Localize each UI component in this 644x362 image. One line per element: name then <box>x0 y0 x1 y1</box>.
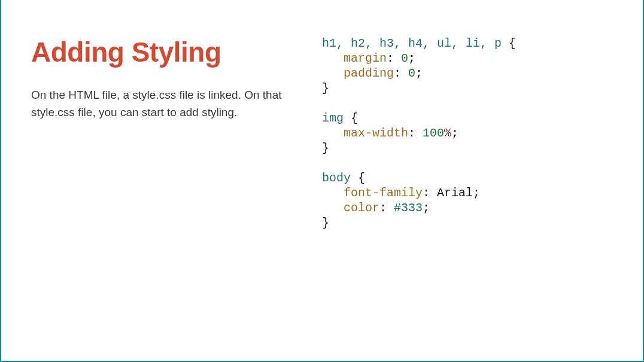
code-semicolon: ; <box>473 186 480 200</box>
code-semicolon: ; <box>423 201 430 215</box>
code-brace-close: } <box>322 216 329 230</box>
code-indent <box>322 126 344 140</box>
code-indent <box>322 66 344 80</box>
code-selector: h1, h2, h3, h4, ul, li, p <box>322 36 502 50</box>
code-value: 100 <box>423 126 444 140</box>
code-block: h1, h2, h3, h4, ul, li, p { margin: 0; p… <box>322 36 625 230</box>
slide: Adding Styling On the HTML file, a style… <box>1 0 643 361</box>
code-brace-open: { <box>351 171 365 185</box>
code-brace-open: { <box>344 111 358 125</box>
code-property: padding <box>344 66 394 80</box>
code-brace-close: } <box>322 141 329 155</box>
code-colon: : <box>379 201 394 215</box>
code-colon: : <box>387 51 401 65</box>
code-selector: img <box>322 111 344 125</box>
code-unit: % <box>444 126 451 140</box>
code-indent <box>322 201 344 215</box>
left-column: Adding Styling On the HTML file, a style… <box>1 0 322 361</box>
code-colon: : <box>423 186 437 200</box>
code-property: font-family <box>344 186 423 200</box>
code-brace-close: } <box>322 81 329 95</box>
code-property: margin <box>344 51 387 65</box>
code-semicolon: ; <box>415 66 423 80</box>
code-property: color <box>344 201 379 215</box>
code-value: 0 <box>408 66 415 80</box>
code-value: 0 <box>401 51 408 65</box>
right-column: h1, h2, h3, h4, ul, li, p { margin: 0; p… <box>322 0 643 361</box>
code-semicolon: ; <box>451 126 458 140</box>
code-semicolon: ; <box>408 51 415 65</box>
code-colon: : <box>394 66 408 80</box>
code-brace-open: { <box>502 36 516 50</box>
code-indent <box>322 186 344 200</box>
slide-heading: Adding Styling <box>31 36 304 68</box>
code-value: #333 <box>394 201 423 215</box>
slide-description: On the HTML file, a style.css file is li… <box>31 86 282 121</box>
code-selector: body <box>322 171 351 185</box>
code-colon: : <box>408 126 423 140</box>
code-indent <box>322 51 344 65</box>
code-property: max-width <box>344 126 408 140</box>
code-value: Arial <box>437 186 473 200</box>
